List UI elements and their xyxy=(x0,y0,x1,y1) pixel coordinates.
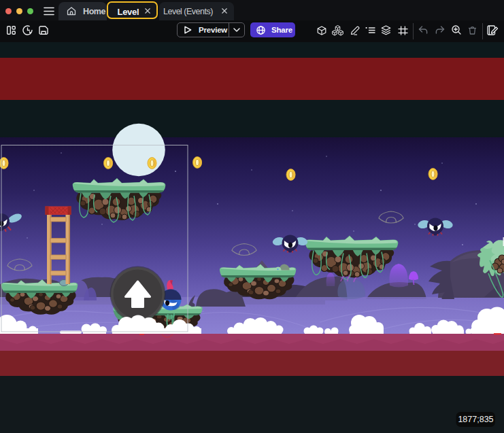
svg-text:1877;835: 1877;835 xyxy=(458,415,493,424)
